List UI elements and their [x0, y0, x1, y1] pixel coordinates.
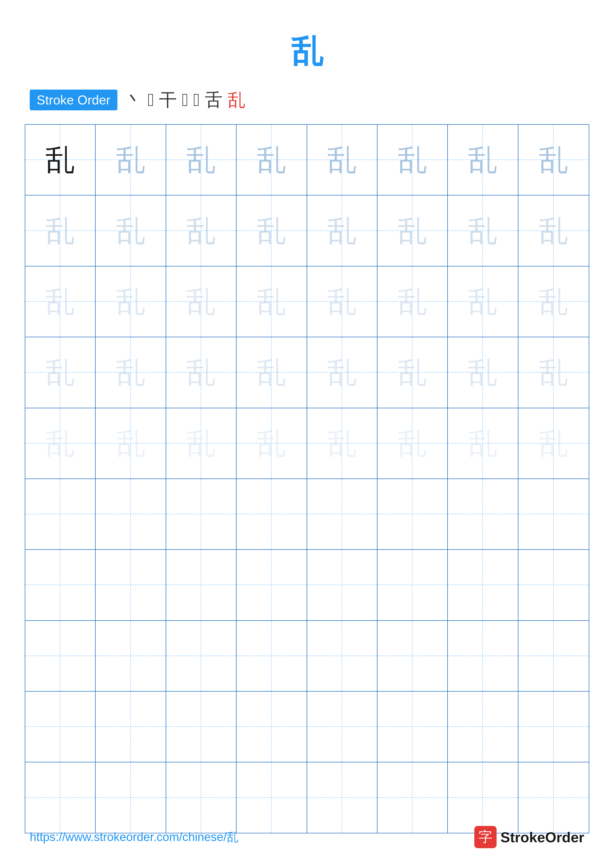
practice-grid: 乱 乱 乱 乱 乱 乱 乱 乱 乱 乱 乱 乱 乱 乱 乱 乱 乱 乱 乱 乱 … [25, 124, 589, 833]
grid-cell[interactable] [236, 550, 307, 620]
grid-cell[interactable]: 乱 [518, 267, 589, 337]
grid-cell[interactable] [236, 479, 307, 549]
grid-cell[interactable]: 乱 [96, 408, 166, 479]
grid-cell[interactable]: 乱 [378, 125, 448, 195]
grid-cell[interactable]: 乱 [378, 267, 448, 337]
grid-cell[interactable]: 乱 [307, 125, 378, 195]
grid-row [25, 479, 589, 550]
grid-cell[interactable] [25, 479, 96, 549]
grid-row [25, 550, 589, 620]
grid-cell[interactable] [518, 550, 589, 620]
grid-cell[interactable]: 乱 [378, 337, 448, 408]
grid-cell[interactable] [518, 763, 589, 832]
grid-cell[interactable]: 乱 [378, 408, 448, 479]
grid-cell[interactable] [25, 691, 96, 762]
grid-row: 乱 乱 乱 乱 乱 乱 乱 乱 [25, 408, 589, 479]
grid-cell[interactable]: 乱 [448, 408, 518, 479]
brand-icon: 字 [474, 826, 497, 848]
grid-cell[interactable] [448, 763, 518, 832]
grid-cell[interactable]: 乱 [307, 267, 378, 337]
grid-cell[interactable]: 乱 [448, 267, 518, 337]
grid-cell[interactable] [96, 479, 166, 549]
grid-cell[interactable]: 乱 [166, 267, 236, 337]
grid-cell[interactable] [236, 621, 307, 691]
grid-cell[interactable] [378, 479, 448, 549]
grid-cell[interactable] [448, 550, 518, 620]
grid-cell[interactable] [166, 479, 236, 549]
grid-cell[interactable] [166, 550, 236, 620]
grid-cell[interactable]: 乱 [448, 337, 518, 408]
grid-cell[interactable] [518, 691, 589, 762]
grid-cell[interactable] [96, 621, 166, 691]
grid-cell[interactable] [378, 621, 448, 691]
grid-cell[interactable]: 乱 [96, 125, 166, 195]
grid-cell[interactable]: 乱 [96, 195, 166, 266]
grid-cell[interactable] [166, 621, 236, 691]
stroke-order-chars: 丶 𠃋 干 𠂈 𠄠 舌 乱 [125, 88, 246, 112]
grid-cell[interactable] [378, 763, 448, 832]
grid-cell[interactable] [307, 621, 378, 691]
title-text: 乱 [291, 33, 323, 69]
grid-cell[interactable] [25, 550, 96, 620]
grid-cell[interactable] [448, 479, 518, 549]
grid-cell[interactable]: 乱 [448, 125, 518, 195]
grid-row [25, 691, 589, 763]
grid-cell[interactable] [166, 763, 236, 832]
grid-cell[interactable] [96, 691, 166, 762]
grid-cell[interactable] [236, 763, 307, 832]
grid-cell[interactable]: 乱 [25, 337, 96, 408]
grid-cell[interactable] [307, 763, 378, 832]
grid-cell[interactable]: 乱 [25, 195, 96, 266]
grid-cell[interactable] [166, 691, 236, 762]
grid-cell[interactable]: 乱 [25, 125, 96, 195]
page-title: 乱 [0, 0, 614, 88]
grid-cell[interactable]: 乱 [166, 337, 236, 408]
grid-cell[interactable]: 乱 [307, 195, 378, 266]
grid-cell[interactable]: 乱 [518, 195, 589, 266]
grid-cell[interactable]: 乱 [518, 408, 589, 479]
grid-cell[interactable]: 乱 [25, 267, 96, 337]
grid-cell[interactable] [25, 763, 96, 832]
grid-cell[interactable]: 乱 [236, 337, 307, 408]
grid-cell[interactable]: 乱 [518, 337, 589, 408]
grid-cell[interactable] [96, 550, 166, 620]
grid-cell[interactable]: 乱 [307, 337, 378, 408]
grid-cell[interactable]: 乱 [518, 125, 589, 195]
grid-cell[interactable]: 乱 [236, 125, 307, 195]
grid-cell[interactable]: 乱 [448, 195, 518, 266]
grid-row [25, 763, 589, 832]
grid-cell[interactable]: 乱 [378, 195, 448, 266]
grid-cell[interactable] [518, 621, 589, 691]
grid-cell[interactable] [307, 550, 378, 620]
grid-row: 乱 乱 乱 乱 乱 乱 乱 乱 [25, 267, 589, 337]
grid-cell[interactable]: 乱 [96, 267, 166, 337]
grid-cell[interactable] [518, 479, 589, 549]
grid-cell[interactable]: 乱 [166, 125, 236, 195]
grid-cell[interactable] [448, 691, 518, 762]
grid-cell[interactable]: 乱 [307, 408, 378, 479]
grid-row [25, 621, 589, 691]
grid-row: 乱 乱 乱 乱 乱 乱 乱 乱 [25, 125, 589, 195]
grid-cell[interactable]: 乱 [236, 267, 307, 337]
grid-cell[interactable] [236, 691, 307, 762]
grid-cell[interactable] [448, 621, 518, 691]
brand-name: StrokeOrder [501, 829, 584, 845]
footer-brand: 字 StrokeOrder [474, 826, 584, 848]
grid-cell[interactable]: 乱 [236, 408, 307, 479]
grid-cell[interactable]: 乱 [96, 337, 166, 408]
grid-cell[interactable] [378, 691, 448, 762]
grid-cell[interactable] [307, 691, 378, 762]
grid-cell[interactable] [25, 621, 96, 691]
grid-row: 乱 乱 乱 乱 乱 乱 乱 乱 [25, 337, 589, 408]
stroke-order-section: Stroke Order 丶 𠃋 干 𠂈 𠄠 舌 乱 [0, 88, 614, 112]
grid-cell[interactable] [307, 479, 378, 549]
grid-row: 乱 乱 乱 乱 乱 乱 乱 乱 [25, 195, 589, 266]
footer-url[interactable]: https://www.strokeorder.com/chinese/乱 [30, 829, 238, 845]
stroke-order-badge: Stroke Order [30, 90, 117, 110]
grid-cell[interactable] [378, 550, 448, 620]
grid-cell[interactable]: 乱 [166, 195, 236, 266]
grid-cell[interactable]: 乱 [236, 195, 307, 266]
grid-cell[interactable] [96, 763, 166, 832]
grid-cell[interactable]: 乱 [166, 408, 236, 479]
grid-cell[interactable]: 乱 [25, 408, 96, 479]
